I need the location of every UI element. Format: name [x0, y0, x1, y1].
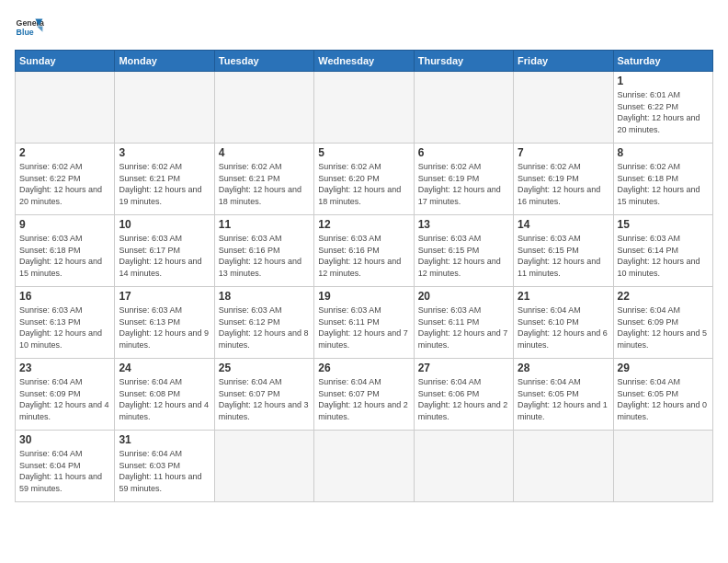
day-number: 24 [119, 362, 210, 374]
calendar-cell: 22Sunrise: 6:04 AM Sunset: 6:09 PM Dayli… [613, 287, 712, 359]
day-info: Sunrise: 6:04 AM Sunset: 6:09 PM Dayligh… [618, 304, 709, 350]
day-number: 5 [318, 146, 409, 159]
day-info: Sunrise: 6:04 AM Sunset: 6:09 PM Dayligh… [19, 376, 110, 422]
calendar-cell: 14Sunrise: 6:03 AM Sunset: 6:15 PM Dayli… [514, 215, 613, 287]
calendar-cell: 18Sunrise: 6:03 AM Sunset: 6:12 PM Dayli… [214, 287, 313, 359]
day-info: Sunrise: 6:02 AM Sunset: 6:22 PM Dayligh… [19, 161, 110, 207]
day-info: Sunrise: 6:03 AM Sunset: 6:16 PM Dayligh… [219, 233, 310, 279]
day-info: Sunrise: 6:04 AM Sunset: 6:05 PM Dayligh… [618, 376, 709, 422]
calendar-cell: 30Sunrise: 6:04 AM Sunset: 6:04 PM Dayli… [16, 431, 115, 502]
day-info: Sunrise: 6:04 AM Sunset: 6:10 PM Dayligh… [518, 304, 609, 350]
day-info: Sunrise: 6:02 AM Sunset: 6:19 PM Dayligh… [418, 161, 509, 207]
calendar-cell: 1Sunrise: 6:01 AM Sunset: 6:22 PM Daylig… [613, 72, 712, 144]
day-number: 16 [19, 290, 110, 303]
calendar-cell [414, 431, 513, 502]
calendar-cell: 11Sunrise: 6:03 AM Sunset: 6:16 PM Dayli… [214, 215, 313, 287]
calendar-week-5: 23Sunrise: 6:04 AM Sunset: 6:09 PM Dayli… [16, 359, 713, 431]
day-number: 11 [219, 218, 310, 231]
day-info: Sunrise: 6:04 AM Sunset: 6:05 PM Dayligh… [518, 376, 609, 422]
calendar-table: SundayMondayTuesdayWednesdayThursdayFrid… [15, 50, 713, 502]
calendar-cell: 3Sunrise: 6:02 AM Sunset: 6:21 PM Daylig… [115, 144, 214, 215]
calendar-cell: 19Sunrise: 6:03 AM Sunset: 6:11 PM Dayli… [314, 287, 414, 359]
svg-text:Blue: Blue [17, 28, 34, 37]
day-info: Sunrise: 6:03 AM Sunset: 6:11 PM Dayligh… [318, 304, 409, 350]
day-number: 27 [418, 362, 509, 374]
logo-icon: General Blue [15, 13, 44, 42]
calendar-cell: 29Sunrise: 6:04 AM Sunset: 6:05 PM Dayli… [613, 359, 712, 431]
calendar-week-3: 9Sunrise: 6:03 AM Sunset: 6:18 PM Daylig… [16, 215, 713, 287]
day-info: Sunrise: 6:02 AM Sunset: 6:18 PM Dayligh… [618, 161, 709, 207]
calendar-cell [16, 72, 115, 144]
day-info: Sunrise: 6:03 AM Sunset: 6:13 PM Dayligh… [119, 304, 210, 350]
day-number: 23 [19, 362, 110, 374]
calendar-cell [314, 431, 414, 502]
calendar-header-tuesday: Tuesday [214, 51, 313, 72]
calendar-header-friday: Friday [514, 51, 613, 72]
header: General Blue [15, 13, 713, 42]
calendar-cell: 16Sunrise: 6:03 AM Sunset: 6:13 PM Dayli… [16, 287, 115, 359]
day-number: 4 [219, 146, 310, 159]
calendar-cell: 7Sunrise: 6:02 AM Sunset: 6:19 PM Daylig… [514, 144, 613, 215]
calendar-cell: 21Sunrise: 6:04 AM Sunset: 6:10 PM Dayli… [514, 287, 613, 359]
calendar-cell: 26Sunrise: 6:04 AM Sunset: 6:07 PM Dayli… [314, 359, 414, 431]
calendar-cell: 20Sunrise: 6:03 AM Sunset: 6:11 PM Dayli… [414, 287, 513, 359]
calendar-week-4: 16Sunrise: 6:03 AM Sunset: 6:13 PM Dayli… [16, 287, 713, 359]
day-number: 2 [19, 146, 110, 159]
day-number: 18 [219, 290, 310, 303]
day-number: 8 [618, 146, 709, 159]
day-info: Sunrise: 6:04 AM Sunset: 6:03 PM Dayligh… [119, 448, 210, 494]
day-info: Sunrise: 6:03 AM Sunset: 6:18 PM Dayligh… [19, 233, 110, 279]
day-number: 15 [618, 218, 709, 231]
day-number: 30 [19, 433, 110, 446]
calendar-header-monday: Monday [115, 51, 214, 72]
calendar-header-saturday: Saturday [613, 51, 712, 72]
day-info: Sunrise: 6:03 AM Sunset: 6:13 PM Dayligh… [19, 304, 110, 350]
calendar-cell: 17Sunrise: 6:03 AM Sunset: 6:13 PM Dayli… [115, 287, 214, 359]
day-number: 26 [318, 362, 409, 374]
day-info: Sunrise: 6:02 AM Sunset: 6:21 PM Dayligh… [119, 161, 210, 207]
calendar-header-thursday: Thursday [414, 51, 513, 72]
day-number: 29 [618, 362, 709, 374]
day-info: Sunrise: 6:03 AM Sunset: 6:17 PM Dayligh… [119, 233, 210, 279]
day-info: Sunrise: 6:02 AM Sunset: 6:21 PM Dayligh… [219, 161, 310, 207]
day-number: 9 [19, 218, 110, 231]
day-number: 12 [318, 218, 409, 231]
day-number: 17 [119, 290, 210, 303]
calendar-cell [514, 72, 613, 144]
day-number: 10 [119, 218, 210, 231]
calendar-cell: 5Sunrise: 6:02 AM Sunset: 6:20 PM Daylig… [314, 144, 414, 215]
calendar-week-1: 1Sunrise: 6:01 AM Sunset: 6:22 PM Daylig… [16, 72, 713, 144]
calendar-cell [115, 72, 214, 144]
day-number: 1 [618, 75, 709, 87]
calendar-cell [314, 72, 414, 144]
day-info: Sunrise: 6:02 AM Sunset: 6:19 PM Dayligh… [518, 161, 609, 207]
day-info: Sunrise: 6:03 AM Sunset: 6:16 PM Dayligh… [318, 233, 409, 279]
calendar-cell: 2Sunrise: 6:02 AM Sunset: 6:22 PM Daylig… [16, 144, 115, 215]
calendar-cell: 27Sunrise: 6:04 AM Sunset: 6:06 PM Dayli… [414, 359, 513, 431]
day-number: 19 [318, 290, 409, 303]
calendar-cell [514, 431, 613, 502]
day-info: Sunrise: 6:03 AM Sunset: 6:11 PM Dayligh… [418, 304, 509, 350]
day-number: 25 [219, 362, 310, 374]
day-info: Sunrise: 6:02 AM Sunset: 6:20 PM Dayligh… [318, 161, 409, 207]
day-info: Sunrise: 6:04 AM Sunset: 6:04 PM Dayligh… [19, 448, 110, 494]
day-number: 22 [618, 290, 709, 303]
day-number: 28 [518, 362, 609, 374]
day-info: Sunrise: 6:03 AM Sunset: 6:14 PM Dayligh… [618, 233, 709, 279]
calendar-cell: 31Sunrise: 6:04 AM Sunset: 6:03 PM Dayli… [115, 431, 214, 502]
day-info: Sunrise: 6:04 AM Sunset: 6:07 PM Dayligh… [318, 376, 409, 422]
calendar-cell: 28Sunrise: 6:04 AM Sunset: 6:05 PM Dayli… [514, 359, 613, 431]
day-number: 6 [418, 146, 509, 159]
calendar-header-sunday: Sunday [16, 51, 115, 72]
calendar-cell [214, 72, 313, 144]
calendar-cell: 10Sunrise: 6:03 AM Sunset: 6:17 PM Dayli… [115, 215, 214, 287]
day-info: Sunrise: 6:04 AM Sunset: 6:07 PM Dayligh… [219, 376, 310, 422]
calendar-cell [214, 431, 313, 502]
day-number: 31 [119, 433, 210, 446]
calendar-cell: 13Sunrise: 6:03 AM Sunset: 6:15 PM Dayli… [414, 215, 513, 287]
calendar-week-6: 30Sunrise: 6:04 AM Sunset: 6:04 PM Dayli… [16, 431, 713, 502]
calendar-cell: 6Sunrise: 6:02 AM Sunset: 6:19 PM Daylig… [414, 144, 513, 215]
day-number: 3 [119, 146, 210, 159]
calendar-cell: 9Sunrise: 6:03 AM Sunset: 6:18 PM Daylig… [16, 215, 115, 287]
svg-marker-3 [37, 26, 42, 31]
